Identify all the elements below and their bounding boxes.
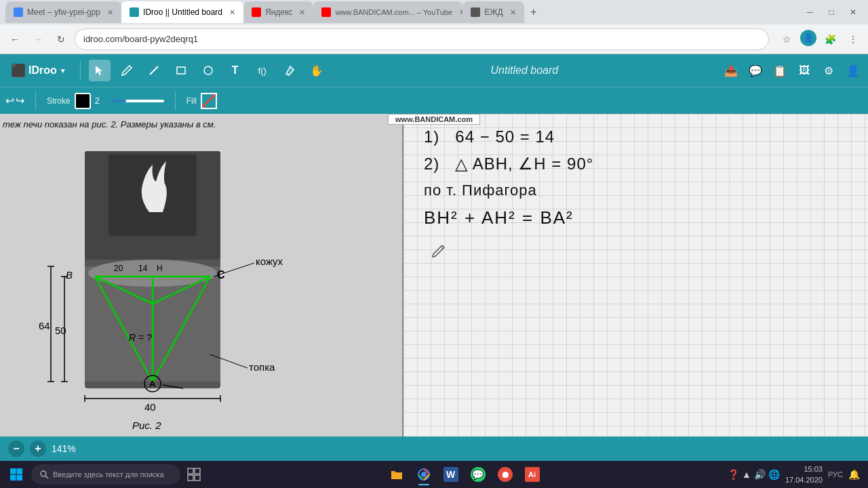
chrome-icon <box>416 467 431 482</box>
svg-rect-47 <box>188 468 193 474</box>
notifications-icon[interactable]: 🔔 <box>848 469 860 480</box>
svg-point-52 <box>421 472 427 477</box>
tray-speaker-icon[interactable]: 🔊 <box>754 469 766 480</box>
tab-egd-close[interactable]: ✕ <box>510 8 516 17</box>
address-text: idroo.com/board-pyw2deqrq1 <box>83 34 198 44</box>
search-placeholder: Введите здесь текст для поиска <box>53 470 164 479</box>
tab-meet-close[interactable]: ✕ <box>107 8 113 17</box>
whatsapp-icon: 💬 <box>471 467 486 482</box>
svg-line-40 <box>441 247 443 249</box>
function-tool-button[interactable]: f() <box>252 60 273 81</box>
line-icon <box>148 64 160 77</box>
image-icon[interactable]: 🖼 <box>795 61 814 80</box>
settings-icon[interactable]: ⚙ <box>819 61 838 80</box>
board-title[interactable]: Untitled board <box>333 64 716 77</box>
tab-idroo[interactable]: IDroo || Untitled board ✕ <box>121 1 243 23</box>
taskbar-record-icon[interactable]: ⏺ <box>493 462 517 487</box>
tab-yandex[interactable]: Яндекс ✕ <box>243 1 313 23</box>
zoom-level-display: 141% <box>52 443 79 454</box>
svg-rect-42 <box>17 468 23 474</box>
zoom-minus-button[interactable]: − <box>8 441 24 457</box>
stroke-width-slider[interactable] <box>110 100 164 102</box>
tab-bandicam[interactable]: www.BANDICAM.com... – YouTube ✕ <box>313 1 462 23</box>
tab-meet[interactable]: Meet – yfw-ypei-gpp ✕ <box>5 1 121 23</box>
close-button[interactable]: ✕ <box>844 3 863 22</box>
forward-button[interactable]: → <box>28 30 47 49</box>
stroke-width-value: 2 <box>95 96 106 106</box>
line-tool-button[interactable] <box>143 60 165 81</box>
minimize-button[interactable]: ─ <box>800 3 819 22</box>
svg-text:R = ?: R = ? <box>129 332 152 343</box>
pages-icon[interactable]: 📋 <box>770 61 789 80</box>
hand-tool-button[interactable]: ✋ <box>306 60 328 81</box>
sub-sep-1 <box>35 92 36 110</box>
svg-text:B: B <box>66 269 73 281</box>
fill-control: Fill <box>186 93 217 109</box>
record-icon: ⏺ <box>498 467 513 482</box>
tray-icons: ❓ ▲ 🔊 🌐 <box>728 469 780 480</box>
address-input[interactable]: idroo.com/board-pyw2deqrq1 <box>75 28 769 50</box>
taskbar-acrobat-icon[interactable]: Ai <box>520 462 545 487</box>
idroo-logo-text: IDroo <box>28 64 57 77</box>
address-bar: ← → ↻ idroo.com/board-pyw2deqrq1 ☆ 👤 🧩 ⋮ <box>0 24 868 54</box>
windows-logo-icon <box>9 468 23 481</box>
windows-taskbar: Введите здесь текст для поиска <box>0 461 868 488</box>
redo-arrow[interactable]: ↪ <box>16 94 24 107</box>
tab-yandex-close[interactable]: ✕ <box>299 8 305 17</box>
bookmark-icon[interactable]: ☆ <box>777 30 796 49</box>
users-icon[interactable]: 👤 <box>844 61 863 80</box>
svg-text:14: 14 <box>138 264 148 273</box>
task-view-button[interactable] <box>182 462 206 487</box>
tab-yandex-favicon <box>252 7 261 17</box>
taskbar-explorer-icon[interactable] <box>384 462 409 487</box>
circle-tool-button[interactable] <box>197 60 219 81</box>
toolbar-separator-1 <box>80 61 81 80</box>
new-tab-button[interactable]: + <box>524 3 543 22</box>
text-tool-button[interactable]: T <box>224 60 246 81</box>
svg-text:Рис. 2: Рис. 2 <box>132 420 161 431</box>
caption-text: теж печи показан на рис. 2. Размеры указ… <box>3 119 216 129</box>
taskbar-word-icon[interactable]: W <box>439 462 463 487</box>
search-icon <box>39 470 49 479</box>
svg-point-2 <box>204 66 212 75</box>
tab-idroo-close[interactable]: ✕ <box>229 8 235 17</box>
clock-display: 15:03 17.04.2020 <box>785 464 823 486</box>
extension-icon[interactable]: 🧩 <box>821 30 840 49</box>
tray-network-icon[interactable]: 🌐 <box>768 469 780 480</box>
taskbar-search[interactable]: Введите здесь текст для поиска <box>31 464 180 485</box>
tab-egd[interactable]: ЕЖД ✕ <box>462 1 524 23</box>
folder-icon <box>389 467 404 482</box>
taskbar-chrome-icon[interactable] <box>412 462 436 487</box>
pencil-cursor-indicator <box>431 244 600 262</box>
canvas-area[interactable]: www.BANDICAM.com теж печи показан на рис… <box>0 114 868 436</box>
tray-arrow-up-icon[interactable]: ▲ <box>742 469 751 480</box>
svg-point-45 <box>41 471 46 476</box>
menu-icon[interactable]: ⋮ <box>844 30 863 49</box>
time-display: 15:03 <box>785 464 823 475</box>
rect-tool-button[interactable] <box>170 60 192 81</box>
chat-icon[interactable]: 💬 <box>746 61 765 80</box>
zoom-plus-button[interactable]: + <box>30 441 46 457</box>
svg-text:50: 50 <box>55 325 66 336</box>
taskbar-whatsapp-icon[interactable]: 💬 <box>466 462 490 487</box>
undo-arrow[interactable]: ↩ <box>5 94 14 107</box>
svg-text:H: H <box>157 264 163 273</box>
start-button[interactable] <box>3 461 30 488</box>
idroo-logo[interactable]: ⬛ IDroo ▼ <box>5 60 72 81</box>
maximize-button[interactable]: □ <box>822 3 841 22</box>
tray-help-icon[interactable]: ❓ <box>728 469 739 480</box>
eraser-tool-button[interactable] <box>279 60 300 81</box>
refresh-button[interactable]: ↻ <box>52 30 71 49</box>
stroke-color-swatch[interactable] <box>75 93 91 109</box>
date-display: 17.04.2020 <box>785 474 823 486</box>
tab-idroo-favicon <box>130 7 139 17</box>
bottom-bar: − + 141% <box>0 436 868 461</box>
fill-color-swatch[interactable] <box>201 93 217 109</box>
pen-tool-button[interactable] <box>116 60 138 81</box>
acrobat-icon: Ai <box>525 467 540 482</box>
back-button[interactable]: ← <box>5 30 24 49</box>
select-tool-button[interactable] <box>89 60 111 81</box>
function-icon: f() <box>258 66 267 76</box>
share-icon[interactable]: 📤 <box>722 61 741 80</box>
profile-icon[interactable]: 👤 <box>800 30 816 46</box>
